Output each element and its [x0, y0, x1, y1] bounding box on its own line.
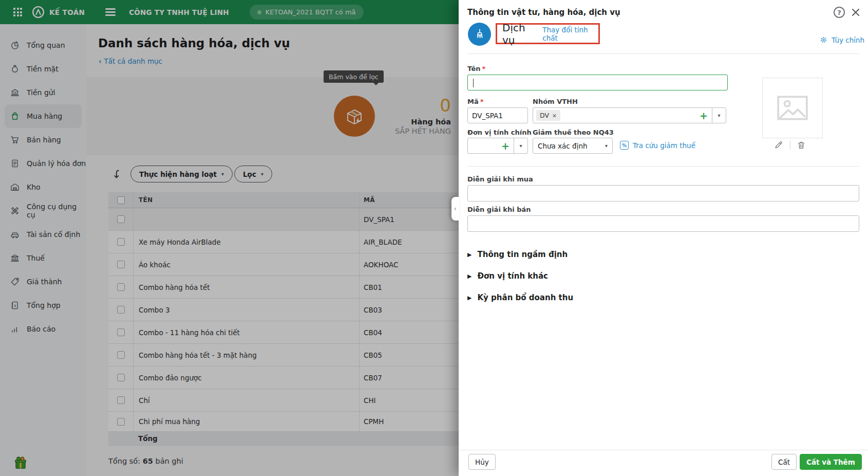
- image-placeholder-icon: [776, 94, 809, 122]
- add-group-icon[interactable]: +: [695, 110, 712, 121]
- unit-combobox[interactable]: + ▾: [467, 138, 528, 154]
- remove-chip-icon[interactable]: ✕: [552, 113, 557, 119]
- group-multiselect[interactable]: DV ✕ + ▾: [533, 107, 726, 123]
- section-revenue-allocation[interactable]: ▶ Kỳ phân bổ doanh thu: [467, 293, 573, 302]
- name-input[interactable]: [467, 75, 728, 90]
- code-field-label: Mã*: [467, 98, 484, 105]
- panel-title: Thông tin vật tư, hàng hóa, dịch vụ: [467, 8, 620, 17]
- unit-field-label: Đơn vị tính chính: [467, 129, 532, 136]
- tax-select[interactable]: Chưa xác định ▾: [533, 138, 613, 154]
- customize-link[interactable]: Tùy chỉnh: [819, 35, 864, 44]
- divider: [467, 166, 859, 167]
- unit-dropdown-toggle[interactable]: ▾: [514, 138, 527, 153]
- modal-dim-overlay[interactable]: [0, 0, 459, 476]
- tax-field-label: Giảm thuế theo NQ43: [533, 129, 614, 136]
- item-type-label: Dịch vụ: [502, 22, 537, 46]
- annotation-highlight-box: Dịch vụ Thay đổi tính chất: [496, 23, 600, 44]
- brush-icon: [473, 28, 486, 41]
- purchase-desc-input[interactable]: [467, 185, 859, 202]
- group-dropdown-toggle[interactable]: ▾: [712, 108, 726, 123]
- section-other-units[interactable]: ▶ Đơn vị tính khác: [467, 271, 548, 281]
- help-icon[interactable]: ?: [834, 7, 845, 18]
- save-button[interactable]: Cất: [771, 454, 797, 470]
- delete-image-icon[interactable]: [797, 140, 806, 150]
- triangle-right-icon: ▶: [467, 251, 471, 258]
- sale-desc-label: Diễn giải khi bán: [467, 206, 531, 213]
- percent-doc-icon: %: [620, 141, 629, 150]
- save-and-add-button[interactable]: Cất và Thêm: [800, 454, 862, 470]
- close-icon[interactable]: [851, 7, 861, 20]
- divider: [467, 53, 859, 54]
- cancel-button[interactable]: Hủy: [468, 454, 496, 470]
- item-detail-panel: ‹ Thông tin vật tư, hàng hóa, dịch vụ ? …: [459, 0, 868, 476]
- purchase-desc-label: Diễn giải khi mua: [467, 175, 533, 183]
- item-image-placeholder[interactable]: [762, 78, 823, 138]
- panel-footer: Hủy Cất Cất và Thêm: [459, 450, 868, 476]
- add-unit-icon[interactable]: +: [497, 140, 514, 152]
- code-input[interactable]: [467, 107, 528, 123]
- triangle-right-icon: ▶: [467, 273, 471, 280]
- collapse-panel-handle[interactable]: ‹: [451, 197, 459, 221]
- change-type-link[interactable]: Thay đổi tính chất: [542, 26, 598, 42]
- group-field-label: Nhóm VTHH: [533, 98, 578, 105]
- tax-select-value: Chưa xác định: [538, 142, 588, 150]
- gear-icon: [819, 35, 828, 44]
- chevron-down-icon: ▾: [605, 143, 608, 149]
- sale-desc-input[interactable]: [467, 215, 859, 232]
- divider: [790, 141, 790, 149]
- section-default-info[interactable]: ▶ Thông tin ngầm định: [467, 250, 568, 259]
- tax-lookup-link[interactable]: % Tra cứu giảm thuế: [620, 141, 695, 150]
- group-chip: DV ✕: [536, 110, 560, 121]
- triangle-right-icon: ▶: [467, 295, 471, 301]
- edit-image-icon[interactable]: [774, 140, 784, 150]
- item-type-avatar: [468, 23, 491, 46]
- app-window: KẾ TOÁN CÔNG TY TNHH TUỆ LINH KETOAN_202…: [0, 0, 868, 476]
- name-field-label: Tên*: [467, 65, 485, 72]
- text-cursor: [473, 79, 474, 87]
